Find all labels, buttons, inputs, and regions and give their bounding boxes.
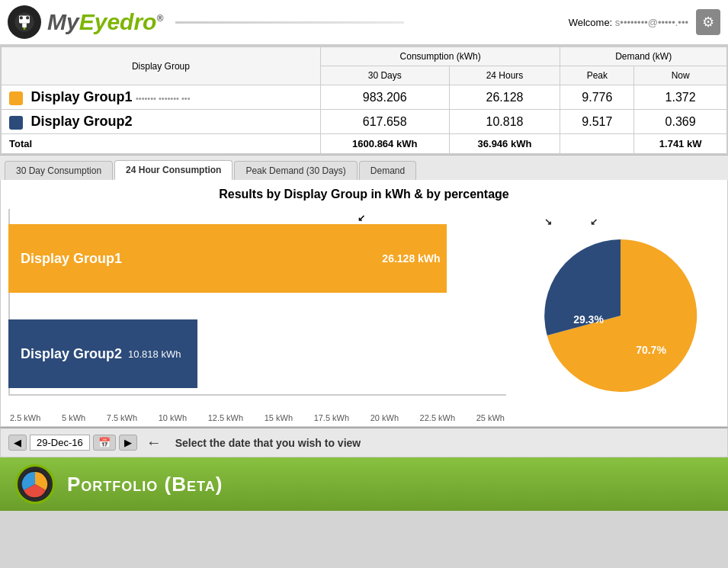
bar-chart-area: ↙ Display Group1 26.128 kWh Display Grou… — [8, 209, 506, 422]
svg-rect-5 — [24, 27, 26, 30]
pie-arrow-annotation2: ↙ — [590, 217, 598, 227]
group2-peak: 9.517 — [560, 110, 634, 134]
logo-text: MyEyedro® — [47, 9, 163, 35]
x-label: 2.5 kWh — [10, 413, 40, 422]
date-prev-prev-button[interactable]: ◀ — [8, 435, 27, 451]
logo-my: My — [47, 9, 79, 34]
demand-header: Demand (kW) — [560, 47, 727, 66]
logo-icon — [8, 5, 41, 39]
col-now: Now — [634, 66, 727, 85]
total-30d: 1600.864 kWh — [320, 134, 449, 154]
date-hint: Select the date that you wish to view — [175, 437, 361, 449]
data-table: Display Group Consumption (kWh) Demand (… — [1, 47, 727, 154]
logo-line — [175, 21, 404, 24]
x-label: 25 kWh — [476, 413, 505, 422]
welcome-text: Welcome: s••••••••@•••••.••• — [569, 17, 688, 28]
bar1-fill: Display Group1 26.128 kWh — [8, 224, 447, 293]
pie-pct1-label: 29.3% — [573, 313, 604, 326]
pie-chart-svg: 70.7% 29.3% — [537, 232, 704, 400]
x-label: 17.5 kWh — [314, 413, 349, 422]
total-label: Total — [2, 134, 321, 154]
x-label: 20 kWh — [370, 413, 399, 422]
group1-color-dot — [9, 91, 23, 105]
x-label: 15 kWh — [265, 413, 293, 422]
date-nav: ◀ 29-Dec-16 📅 ▶ — [8, 435, 137, 451]
header: MyEyedro® Welcome: s••••••••@•••••.••• ⚙ — [0, 0, 728, 46]
x-axis-line — [8, 394, 506, 396]
table-row: Display Group1 ••••••• ••••••• ••• 983.2… — [2, 85, 727, 110]
col-group-header: Display Group — [2, 47, 321, 85]
col-24hours: 24 Hours — [449, 66, 560, 85]
x-label: 7.5 kWh — [107, 413, 137, 422]
bar1-value: 26.128 kWh — [382, 252, 440, 265]
data-section: Display Group Consumption (kWh) Demand (… — [0, 46, 728, 155]
footer-icon — [15, 464, 55, 504]
group1-30d: 983.206 — [320, 85, 449, 110]
logo-eyedro: Eyedro — [79, 9, 157, 34]
x-label: 12.5 kWh — [208, 413, 243, 422]
group2-now: 0.369 — [634, 110, 727, 134]
x-label: 10 kWh — [159, 413, 187, 422]
group2-name: Display Group2 — [30, 114, 132, 129]
header-right: Welcome: s••••••••@•••••.••• ⚙ — [569, 9, 720, 35]
arrow-left-date: ← — [146, 434, 162, 451]
bar1-arrow-annotation: ↙ — [358, 213, 365, 223]
bar2-container: Display Group2 10.818 kWh — [8, 319, 506, 388]
total-now: 1.741 kW — [634, 134, 727, 154]
date-display: 29-Dec-16 — [30, 435, 90, 451]
settings-icon: ⚙ — [702, 14, 714, 30]
bar2-label: Display Group2 — [21, 346, 122, 362]
group2-24h: 10.818 — [449, 110, 560, 134]
bar2-fill: Display Group2 10.818 kWh — [8, 319, 197, 388]
tab-30day[interactable]: 30 Day Consumption — [5, 161, 113, 180]
x-label: 5 kWh — [62, 413, 85, 422]
svg-point-3 — [20, 16, 23, 19]
bar2: Display Group2 10.818 kWh — [8, 319, 506, 388]
footer: Portfolio (Beta) — [0, 457, 728, 511]
total-peak — [560, 134, 634, 154]
tab-peak[interactable]: Peak Demand (30 Days) — [234, 161, 357, 180]
group1-name: Display Group1 — [30, 89, 132, 104]
settings-button[interactable]: ⚙ — [696, 9, 720, 35]
bar1-label: Display Group1 — [21, 251, 122, 267]
pie-arrow-annotation1: ↘ — [544, 217, 552, 227]
bar2-value: 10.818 kWh — [128, 348, 181, 360]
date-bar: ◀ 29-Dec-16 📅 ▶ ← Select the date that y… — [0, 427, 728, 457]
footer-title: Portfolio (Beta) — [67, 473, 223, 496]
col-30days: 30 Days — [320, 66, 449, 85]
chart-title: Results by Display Group in kWh & by per… — [8, 188, 720, 201]
chart-container: ↙ Display Group1 26.128 kWh Display Grou… — [8, 209, 720, 422]
group2-color-dot — [9, 116, 23, 130]
svg-rect-2 — [22, 23, 27, 27]
date-calendar-button[interactable]: 📅 — [93, 435, 116, 451]
tab-demand[interactable]: Demand — [359, 161, 416, 180]
group2-30d: 617.658 — [320, 110, 449, 134]
chart-section: Results by Display Group in kWh & by per… — [0, 180, 728, 427]
group1-peak: 9.776 — [560, 85, 634, 110]
col-peak: Peak — [560, 66, 634, 85]
pie-pct2-label: 70.7% — [636, 344, 666, 356]
group1-24h: 26.128 — [449, 85, 560, 110]
bar1-container: Display Group1 26.128 kWh — [8, 224, 506, 293]
date-next-button[interactable]: ▶ — [119, 435, 137, 451]
group1-now: 1.372 — [634, 85, 727, 110]
x-labels: 2.5 kWh 5 kWh 7.5 kWh 10 kWh 12.5 kWh 15… — [8, 413, 506, 422]
svg-point-4 — [26, 16, 29, 19]
consumption-header: Consumption (kWh) — [320, 47, 560, 66]
tab-24hour[interactable]: 24 Hour Consumption — [114, 160, 233, 180]
total-row: Total 1600.864 kWh 36.946 kWh 1.741 kW — [2, 134, 727, 154]
tabs-bar: 30 Day Consumption 24 Hour Consumption P… — [0, 155, 728, 180]
group1-subtitle: ••••••• ••••••• ••• — [136, 94, 191, 103]
total-24h: 36.946 kWh — [449, 134, 560, 154]
table-row: Display Group2 617.658 10.818 9.517 0.36… — [2, 110, 727, 134]
pie-chart-area: ↘ ↙ 70.7% 29.3% — [521, 209, 720, 422]
bar1: Display Group1 26.128 kWh — [8, 224, 506, 293]
x-label: 22.5 kWh — [420, 413, 455, 422]
logo-area: MyEyedro® — [8, 5, 404, 39]
